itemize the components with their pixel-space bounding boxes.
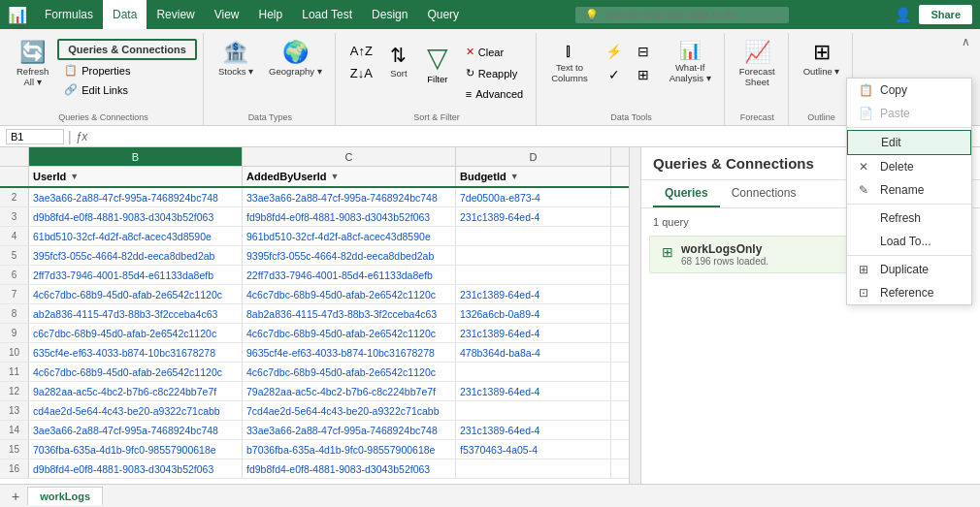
cell-budget-4[interactable] — [456, 227, 611, 245]
edit-links-button[interactable]: 🔗 Edit Links — [57, 80, 197, 99]
cell-addedby-8[interactable]: 8ab2a836-4115-47d3-88b3-3f2cceba4c63 — [243, 304, 456, 323]
addedByUserId-filter-button[interactable]: ▼ — [331, 172, 340, 181]
cell-addedby-2[interactable]: 33ae3a66-2a88-47cf-995a-7468924bc748 — [243, 188, 456, 206]
sheet-tab-worklogs[interactable]: workLogs — [27, 487, 103, 505]
menu-view[interactable]: View — [205, 0, 249, 29]
cell-budget-13[interactable] — [456, 401, 611, 420]
col-header-b[interactable]: B — [29, 147, 243, 166]
cell-userId-14[interactable]: 3ae3a66-2a88-47cf-995a-7468924bc748 — [29, 421, 243, 439]
cell-addedby-13[interactable]: 7cd4ae2d-5e64-4c43-be20-a9322c71cabb — [243, 401, 456, 420]
what-if-button[interactable]: 📊 What-IfAnalysis ▾ — [663, 37, 718, 89]
menu-load-test[interactable]: Load Test — [292, 0, 362, 29]
table-row[interactable]: 14 3ae3a66-2a88-47cf-995a-7468924bc748 3… — [0, 421, 629, 440]
scroll-bar[interactable] — [629, 147, 640, 484]
cell-userId-11[interactable]: 4c6c7dbc-68b9-45d0-afab-2e6542c1120c — [29, 363, 243, 381]
userId-filter-button[interactable]: ▼ — [70, 172, 79, 181]
table-row[interactable]: 13 cd4ae2d-5e64-4c43-be20-a9322c71cabb 7… — [0, 401, 629, 421]
sort-asc-button[interactable]: A↑Z — [343, 41, 379, 61]
cell-addedby-3[interactable]: fd9b8fd4-e0f8-4881-9083-d3043b52f063 — [243, 207, 456, 226]
cell-userId-15[interactable]: 7036fba-635a-4d1b-9fc0-98557900618e — [29, 440, 243, 459]
cell-userId-13[interactable]: cd4ae2d-5e64-4c43-be20-a9322c71cabb — [29, 401, 243, 420]
budgetId-filter-button[interactable]: ▼ — [510, 172, 519, 181]
forecast-sheet-button[interactable]: 📈 ForecastSheet — [733, 37, 782, 93]
table-row[interactable]: 2 3ae3a66-2a88-47cf-995a-7468924bc748 33… — [0, 188, 629, 207]
cell-addedby-5[interactable]: 9395fcf3-055c-4664-82dd-eeca8dbed2ab — [243, 246, 456, 265]
cell-userId-7[interactable]: 4c6c7dbc-68b9-45d0-afab-2e6542c1120c — [29, 285, 243, 303]
menu-design[interactable]: Design — [362, 0, 417, 29]
properties-button[interactable]: 📋 Properties — [57, 61, 197, 79]
menu-review[interactable]: Review — [147, 0, 204, 29]
cell-budget-7[interactable]: 231c1389-64ed-4 — [456, 285, 611, 303]
sort-desc-button[interactable]: Z↓A — [343, 63, 379, 83]
table-row[interactable]: 15 7036fba-635a-4d1b-9fc0-98557900618e b… — [0, 440, 629, 459]
clear-button[interactable]: ✕ Clear — [459, 43, 530, 61]
search-input[interactable] — [604, 9, 779, 20]
cell-userId-2[interactable]: 3ae3a66-2a88-47cf-995a-7468924bc748 — [29, 188, 243, 206]
cell-addedby-6[interactable]: 22ff7d33-7946-4001-85d4-e61133da8efb — [243, 266, 456, 284]
add-sheet-button[interactable]: + — [4, 487, 27, 506]
table-row[interactable]: 5 395fcf3-055c-4664-82dd-eeca8dbed2ab 93… — [0, 246, 629, 266]
cell-userId-3[interactable]: d9b8fd4-e0f8-4881-9083-d3043b52f063 — [29, 207, 243, 226]
cell-budget-5[interactable] — [456, 246, 611, 265]
cell-addedby-11[interactable]: 4c6c7dbc-68b9-45d0-afab-2e6542c1120c — [243, 363, 456, 381]
cell-budget-16[interactable] — [456, 459, 611, 478]
cell-budget-14[interactable]: 231c1389-64ed-4 — [456, 421, 611, 439]
table-row[interactable]: 9 c6c7dbc-68b9-45d0-afab-2e6542c1120c 4c… — [0, 324, 629, 343]
ctx-load-to[interactable]: Load To... — [847, 230, 971, 253]
cell-addedby-15[interactable]: b7036fba-635a-4d1b-9fc0-98557900618e — [243, 440, 456, 459]
reapply-button[interactable]: ↻ Reapply — [459, 64, 530, 82]
cell-userId-10[interactable]: 635cf4e-ef63-4033-b874-10bc31678278 — [29, 343, 243, 362]
cell-budget-6[interactable] — [456, 266, 611, 284]
cell-userId-4[interactable]: 61bd510-32cf-4d2f-a8cf-acec43d8590e — [29, 227, 243, 245]
cell-userId-16[interactable]: d9b8fd4-e0f8-4881-9083-d3043b52f063 — [29, 459, 243, 478]
name-box[interactable] — [6, 129, 64, 144]
cell-budget-12[interactable]: 231c1389-64ed-4 — [456, 382, 611, 400]
cell-userId-9[interactable]: c6c7dbc-68b9-45d0-afab-2e6542c1120c — [29, 324, 243, 342]
cell-addedby-10[interactable]: 9635cf4e-ef63-4033-b874-10bc31678278 — [243, 343, 456, 362]
cell-budget-11[interactable] — [456, 363, 611, 381]
table-row[interactable]: 8 ab2a836-4115-47d3-88b3-3f2cceba4c63 8a… — [0, 304, 629, 324]
table-row[interactable]: 10 635cf4e-ef63-4033-b874-10bc31678278 9… — [0, 343, 629, 363]
table-row[interactable]: 7 4c6c7dbc-68b9-45d0-afab-2e6542c1120c 4… — [0, 285, 629, 304]
ribbon-collapse-button[interactable]: ∧ — [956, 33, 976, 50]
cell-userId-6[interactable]: 2ff7d33-7946-4001-85d4-e61133da8efb — [29, 266, 243, 284]
cell-addedby-9[interactable]: 4c6c7dbc-68b9-45d0-afab-2e6542c1120c — [243, 324, 456, 342]
table-row[interactable]: 12 9a282aa-ac5c-4bc2-b7b6-c8c224bb7e7f 7… — [0, 382, 629, 401]
filter-button[interactable]: ▽ Filter — [418, 37, 457, 89]
cell-userId-12[interactable]: 9a282aa-ac5c-4bc2-b7b6-c8c224bb7e7f — [29, 382, 243, 400]
menu-formulas[interactable]: Formulas — [35, 0, 103, 29]
ctx-reference[interactable]: ⊡ Reference — [847, 281, 971, 304]
geography-button[interactable]: 🌍 Geography ▾ — [262, 37, 329, 81]
cell-addedby-7[interactable]: 4c6c7dbc-68b9-45d0-afab-2e6542c1120c — [243, 285, 456, 303]
cell-budget-2[interactable]: 7de0500a-e873-4 — [456, 188, 611, 206]
col-header-c[interactable]: C — [243, 147, 456, 166]
cell-addedby-12[interactable]: 79a282aa-ac5c-4bc2-b7b6-c8c224bb7e7f — [243, 382, 456, 400]
data-validation-button[interactable]: ✓ — [601, 64, 628, 85]
menu-query[interactable]: Query — [417, 0, 469, 29]
cell-addedby-4[interactable]: 961bd510-32cf-4d2f-a8cf-acec43d8590e — [243, 227, 456, 245]
ctx-edit[interactable]: Edit — [847, 147, 971, 155]
menu-data[interactable]: Data — [103, 0, 147, 29]
cell-budget-15[interactable]: f5370463-4a05-4 — [456, 440, 611, 459]
table-row[interactable]: 4 61bd510-32cf-4d2f-a8cf-acec43d8590e 96… — [0, 227, 629, 246]
cell-budget-3[interactable]: 231c1389-64ed-4 — [456, 207, 611, 226]
cell-budget-10[interactable]: 478b364d-ba8a-4 — [456, 343, 611, 362]
ctx-refresh[interactable]: Refresh — [847, 206, 971, 230]
table-row[interactable]: 11 4c6c7dbc-68b9-45d0-afab-2e6542c1120c … — [0, 363, 629, 382]
table-row[interactable]: 3 d9b8fd4-e0f8-4881-9083-d3043b52f063 fd… — [0, 207, 629, 227]
col-header-d[interactable]: D — [456, 147, 611, 166]
cell-addedby-14[interactable]: 33ae3a66-2a88-47cf-995a-7468924bc748 — [243, 421, 456, 439]
table-row[interactable]: 16 d9b8fd4-e0f8-4881-9083-d3043b52f063 f… — [0, 459, 629, 479]
table-row[interactable]: 6 2ff7d33-7946-4001-85d4-e61133da8efb 22… — [0, 266, 629, 285]
cell-budget-9[interactable]: 231c1389-64ed-4 — [456, 324, 611, 342]
remove-duplicates-button[interactable]: ⊟ — [630, 41, 657, 62]
formula-input[interactable] — [91, 131, 974, 143]
ctx-duplicate[interactable]: ⊞ Duplicate — [847, 258, 971, 281]
tab-queries[interactable]: Queries — [653, 180, 720, 207]
outline-button[interactable]: ⊞ Outline ▾ — [797, 37, 847, 81]
stocks-button[interactable]: 🏦 Stocks ▾ — [212, 37, 260, 81]
cell-userId-5[interactable]: 395fcf3-055c-4664-82dd-eeca8dbed2ab — [29, 246, 243, 265]
menu-help[interactable]: Help — [249, 0, 293, 29]
text-to-columns-button[interactable]: ⫿ Text toColumns — [544, 37, 595, 89]
share-button[interactable]: Share — [919, 5, 972, 24]
